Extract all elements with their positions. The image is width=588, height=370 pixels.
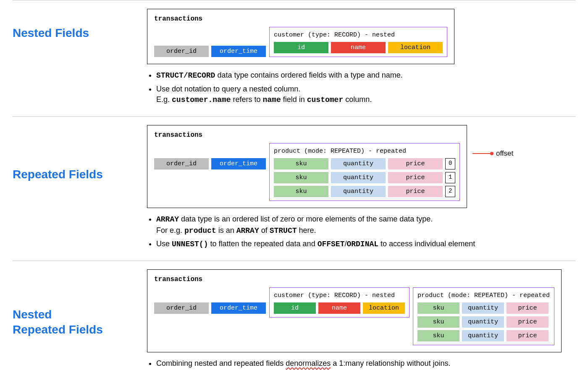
customer-record-group: customer (type: RECORD) - nested id name… <box>269 27 447 57</box>
offset-callout: offset <box>472 149 513 159</box>
col-sku: sku <box>417 316 459 328</box>
nested-group-label: customer (type: RECORD) - nested <box>274 291 405 300</box>
squiggle-text: denormalizes <box>286 359 331 367</box>
nested-fields-section: Nested Fields transactions order_id orde… <box>13 0 575 116</box>
col-location: location <box>363 302 405 314</box>
product-repeated-group: product (mode: REPEATED) - repeated sku … <box>413 287 554 345</box>
col-price: price <box>507 330 549 341</box>
col-name: name <box>331 42 386 53</box>
col-price: price <box>388 172 443 183</box>
offset-label: offset <box>496 149 513 159</box>
col-order-time: order_time <box>211 302 266 314</box>
repeated-row: sku quantity price <box>417 316 550 328</box>
product-repeated-group: product (mode: REPEATED) - repeated sku … <box>269 143 460 201</box>
section-title-both: NestedRepeated Fields <box>13 307 147 338</box>
col-sku: sku <box>417 330 459 341</box>
nested-repeated-section: NestedRepeated Fields transactions order… <box>13 261 575 370</box>
col-quantity: quantity <box>462 316 504 328</box>
col-quantity: quantity <box>331 186 386 197</box>
repeated-bullets: ARRAY data type is an ordered list of ze… <box>147 214 575 250</box>
offset-value: 0 <box>445 158 455 169</box>
col-quantity: quantity <box>462 302 504 314</box>
col-id: id <box>274 42 328 53</box>
repeated-row: sku quantity price 0 <box>274 158 455 169</box>
col-quantity: quantity <box>331 158 386 169</box>
col-sku: sku <box>274 186 328 197</box>
col-price: price <box>388 158 443 169</box>
table-name: transactions <box>154 130 460 140</box>
repeated-diagram: transactions order_id order_time product… <box>147 125 467 208</box>
callout-dot-icon <box>490 152 494 155</box>
col-price: price <box>507 302 549 314</box>
col-id: id <box>274 302 316 314</box>
col-order-time: order_time <box>211 46 266 57</box>
offset-value: 2 <box>445 186 455 197</box>
repeated-group-label: product (mode: REPEATED) - repeated <box>417 291 550 300</box>
bullet-text: Combining nested and repeated fields den… <box>156 358 575 369</box>
col-price: price <box>388 186 443 197</box>
col-sku: sku <box>274 158 328 169</box>
col-location: location <box>388 42 443 53</box>
bullet-text: Use dot notation to query a nested colum… <box>156 84 575 105</box>
nested-diagram: transactions order_id order_time custome… <box>147 9 454 64</box>
repeated-row: sku quantity price <box>417 302 550 314</box>
bullet-text: Use UNNEST() to flatten the repeated dat… <box>156 239 575 250</box>
callout-line <box>472 153 491 154</box>
repeated-row: sku quantity price 1 <box>274 172 455 183</box>
col-order-id: order_id <box>154 302 209 314</box>
both-diagram: transactions order_id order_time custome… <box>147 269 562 352</box>
section-title-repeated: Repeated Fields <box>13 167 147 182</box>
col-price: price <box>507 316 549 328</box>
bullet-text: ARRAY data type is an ordered list of ze… <box>156 214 575 236</box>
col-quantity: quantity <box>462 330 504 341</box>
col-order-id: order_id <box>154 158 209 169</box>
customer-record-group: customer (type: RECORD) - nested id name… <box>269 287 410 318</box>
repeated-row: sku quantity price <box>417 330 550 341</box>
repeated-fields-section: Repeated Fields transactions order_id or… <box>13 117 575 261</box>
col-sku: sku <box>417 302 459 314</box>
col-quantity: quantity <box>331 172 386 183</box>
nested-bullets: STRUCT/RECORD data type contains ordered… <box>147 70 575 105</box>
bullet-text: STRUCT/RECORD data type contains ordered… <box>156 70 575 81</box>
col-name: name <box>318 302 360 314</box>
nested-group-label: customer (type: RECORD) - nested <box>274 31 443 39</box>
col-order-id: order_id <box>154 46 209 57</box>
repeated-group-label: product (mode: REPEATED) - repeated <box>274 147 455 156</box>
table-name: transactions <box>154 14 447 23</box>
both-bullets: Combining nested and repeated fields den… <box>147 358 575 370</box>
section-title-nested: Nested Fields <box>13 26 147 41</box>
col-order-time: order_time <box>211 158 266 169</box>
table-name: transactions <box>154 275 554 284</box>
col-sku: sku <box>274 172 328 183</box>
repeated-row: sku quantity price 2 <box>274 186 455 197</box>
offset-value: 1 <box>445 172 455 183</box>
